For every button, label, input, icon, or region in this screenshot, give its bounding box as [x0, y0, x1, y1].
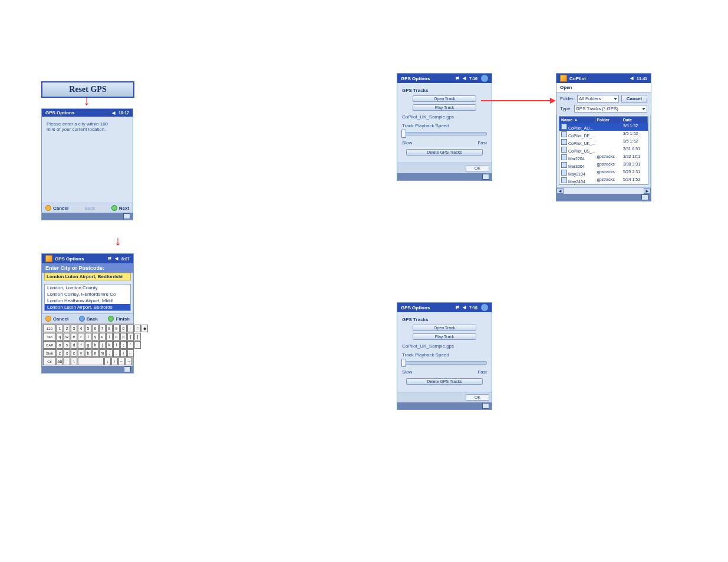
delete-tracks-button[interactable]: Delete GPS Tracks: [406, 149, 483, 156]
keyboard-toggle-icon[interactable]: [482, 403, 489, 409]
city-input[interactable]: London Luton Airport, Bedfordshi: [44, 273, 131, 280]
key[interactable]: h: [92, 341, 98, 349]
key[interactable]: ◆: [141, 325, 148, 332]
key[interactable]: d: [71, 341, 77, 349]
play-track-button[interactable]: Play Track: [413, 333, 476, 340]
list-item[interactable]: London Heathrow Airport, Middl: [45, 297, 130, 304]
key[interactable]: ↑: [111, 358, 118, 365]
table-row[interactable]: May2104gpstracks5/25 2:31: [559, 169, 648, 177]
key[interactable]: n: [92, 349, 98, 357]
table-row[interactable]: Mar3004gpstracks3/30 3:31: [559, 161, 648, 169]
type-dropdown[interactable]: GPS Tracks (*.GPS): [574, 105, 647, 113]
list-item-selected[interactable]: London Luton Airport, Bedfords: [45, 304, 130, 310]
cancel-button[interactable]: Cancel: [45, 205, 68, 211]
ok-button[interactable]: OK: [466, 394, 489, 401]
ok-button[interactable]: OK: [466, 165, 489, 171]
open-track-button[interactable]: Open Track: [413, 95, 476, 102]
close-icon[interactable]: [481, 304, 488, 311]
key[interactable]: 5: [85, 325, 91, 332]
key[interactable]: l: [113, 341, 120, 349]
back-button[interactable]: Back: [79, 316, 98, 322]
list-item[interactable]: London, London County: [45, 285, 130, 291]
key[interactable]: Shift: [43, 349, 56, 357]
key[interactable]: Tab: [43, 333, 56, 340]
playback-speed-slider[interactable]: [402, 132, 487, 135]
play-track-button[interactable]: Play Track: [413, 104, 476, 111]
key[interactable]: 8: [106, 325, 113, 332]
table-row[interactable]: Mar2204gpstracks3/22 12:1: [559, 154, 648, 161]
key[interactable]: [134, 341, 141, 349]
table-row[interactable]: CoPilot_AU...3/5 1:52: [559, 123, 648, 131]
finish-button[interactable]: Finish: [108, 316, 130, 322]
key[interactable]: f: [78, 341, 84, 349]
key[interactable]: /: [120, 349, 127, 357]
table-row[interactable]: CoPilot_UK_...3/5 1:52: [559, 138, 648, 146]
next-button[interactable]: Next: [111, 205, 129, 211]
key[interactable]: CAP: [43, 341, 56, 349]
key[interactable]: q: [57, 333, 63, 340]
key[interactable]: 123: [43, 325, 56, 332]
key[interactable]: 2: [64, 325, 70, 332]
key[interactable]: v: [78, 349, 84, 357]
key[interactable]: c: [71, 349, 77, 357]
key[interactable]: i: [106, 333, 113, 340]
key[interactable]: 9: [113, 325, 120, 332]
key[interactable]: ↓: [104, 358, 111, 365]
scroll-left-icon[interactable]: ◄: [556, 188, 564, 194]
cancel-button[interactable]: Cancel: [621, 95, 647, 103]
key[interactable]: t: [85, 333, 91, 340]
key[interactable]: o: [113, 333, 120, 340]
table-row[interactable]: May2404gpstracks5/24 1:52: [559, 177, 648, 184]
key[interactable]: y: [92, 333, 98, 340]
scrollbar-horizontal[interactable]: ◄ ►: [556, 187, 651, 194]
key[interactable]: \: [71, 358, 77, 365]
key[interactable]: áü: [57, 358, 63, 365]
delete-tracks-button[interactable]: Delete GPS Tracks: [406, 378, 483, 385]
key[interactable]: a: [57, 341, 63, 349]
key[interactable]: =: [134, 325, 141, 332]
key[interactable]: [: [127, 333, 134, 340]
key[interactable]: →: [126, 358, 132, 365]
keyboard-toggle-icon[interactable]: [124, 366, 131, 372]
key[interactable]: b: [85, 349, 91, 357]
key[interactable]: w: [64, 333, 70, 340]
key[interactable]: ←: [127, 349, 134, 357]
key[interactable]: ;: [120, 341, 127, 349]
key[interactable]: 1: [57, 325, 63, 332]
key[interactable]: g: [85, 341, 91, 349]
key[interactable]: ←: [118, 358, 125, 365]
key[interactable]: k: [106, 341, 113, 349]
table-row[interactable]: CoPilot_US_...3/31 6:51: [559, 146, 648, 154]
cancel-button[interactable]: Cancel: [45, 316, 68, 322]
key[interactable]: s: [64, 341, 70, 349]
keyboard-toggle-icon[interactable]: [482, 174, 489, 180]
list-item[interactable]: London Colney, Hertfordshire Co: [45, 291, 130, 297]
table-row[interactable]: CoPilot_DE_...3/5 1:52: [559, 131, 648, 138]
key[interactable]: ': [127, 341, 134, 349]
key[interactable]: z: [57, 349, 63, 357]
keyboard-toggle-icon[interactable]: [641, 194, 648, 200]
key[interactable]: x: [64, 349, 70, 357]
key[interactable]: [78, 358, 104, 365]
folder-dropdown[interactable]: All Folders: [577, 95, 619, 103]
key[interactable]: 3: [71, 325, 77, 332]
key[interactable]: m: [99, 349, 106, 357]
key[interactable]: p: [120, 333, 127, 340]
open-track-button[interactable]: Open Track: [413, 325, 476, 331]
key[interactable]: 4: [78, 325, 84, 332]
scroll-right-icon[interactable]: ►: [644, 188, 651, 194]
key[interactable]: ]: [134, 333, 141, 340]
table-header[interactable]: Name ▲ Folder Date: [559, 117, 648, 123]
playback-speed-slider[interactable]: [402, 361, 487, 365]
key[interactable]: r: [78, 333, 84, 340]
key[interactable]: -: [127, 325, 134, 332]
key[interactable]: 7: [99, 325, 106, 332]
key[interactable]: Ctl: [43, 358, 56, 365]
key[interactable]: u: [99, 333, 106, 340]
key[interactable]: .: [113, 349, 120, 357]
close-icon[interactable]: [481, 75, 488, 82]
key[interactable]: e: [71, 333, 77, 340]
key[interactable]: 0: [120, 325, 127, 332]
key[interactable]: 6: [92, 325, 98, 332]
keyboard-toggle-icon[interactable]: [123, 213, 130, 219]
